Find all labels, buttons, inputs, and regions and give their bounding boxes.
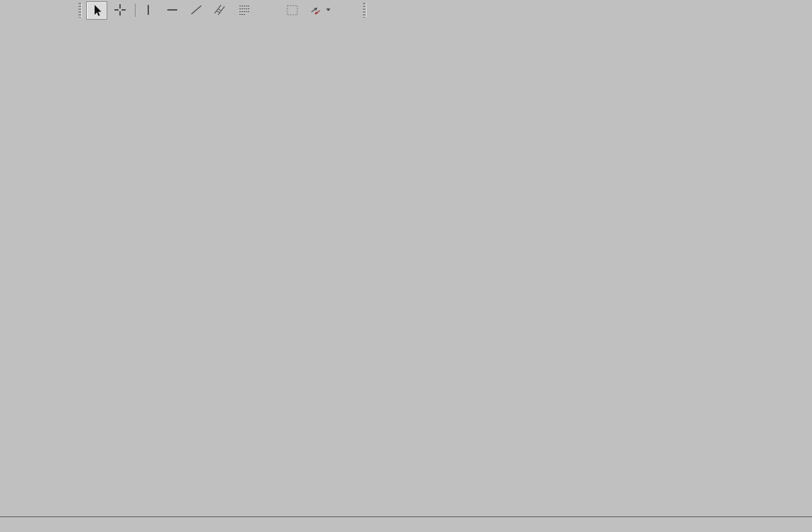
timeframe-toolbar-grip[interactable] (363, 3, 366, 18)
arrow-objects-tool-button[interactable] (306, 1, 332, 18)
trendline-tool-button[interactable] (186, 1, 206, 18)
text-tool-button[interactable] (258, 1, 278, 18)
price-axis[interactable] (784, 21, 812, 504)
text-label-tool-button[interactable] (282, 1, 302, 18)
trendline-icon (189, 3, 203, 17)
dropdown-caret-icon (326, 8, 330, 11)
mt4-terminal: { "window": { "title_line": "EURCAD,H1 1… (0, 0, 812, 532)
crosshair-icon (113, 3, 127, 17)
equidistant-channel-tool-button[interactable] (210, 1, 230, 18)
crosshair-tool-button[interactable] (110, 1, 130, 18)
time-axis[interactable] (0, 504, 784, 516)
horizontal-line-icon (165, 3, 179, 17)
fibonacci-icon (237, 3, 251, 17)
text-icon (261, 3, 275, 17)
arrow-objects-icon (309, 3, 324, 17)
horizontal-line-tool-button[interactable] (162, 1, 182, 18)
vertical-line-icon (141, 3, 155, 17)
chart-canvas[interactable] (0, 0, 812, 532)
toolbar (0, 0, 812, 20)
toolbar-separator (135, 4, 136, 17)
fibonacci-tool-button[interactable] (234, 1, 254, 18)
equidistant-channel-icon (213, 3, 227, 17)
vertical-line-tool-button[interactable] (138, 1, 158, 18)
text-label-icon (285, 3, 299, 17)
cursor-tool-button[interactable] (86, 1, 107, 20)
toolbar-grip[interactable] (78, 3, 82, 18)
cursor-icon (90, 4, 104, 18)
chart-tab-bar (0, 516, 812, 532)
